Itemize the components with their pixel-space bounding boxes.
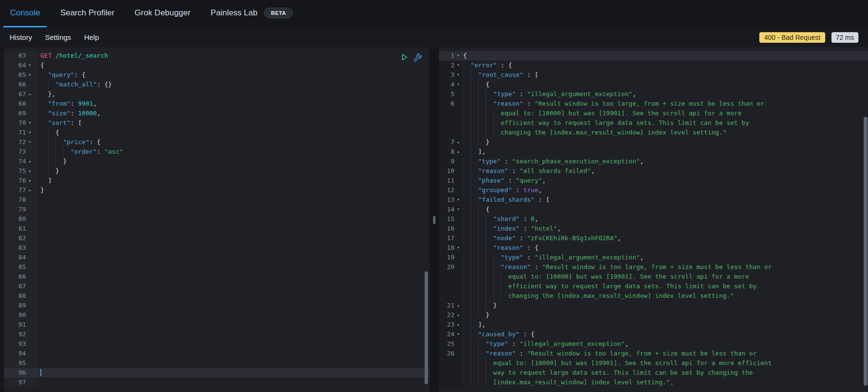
code-content[interactable]: "from": 9901, <box>40 99 429 109</box>
response-wrap-line[interactable]: efficient way to request large data sets… <box>439 118 868 128</box>
fold-toggle-icon[interactable]: ▴ <box>454 137 462 147</box>
fold-toggle-icon[interactable]: ▴ <box>454 310 462 320</box>
request-line-80[interactable]: 80 <box>4 214 429 224</box>
fold-toggle-icon[interactable]: ▾ <box>454 330 462 339</box>
fold-toggle-icon[interactable]: ▴ <box>26 185 34 195</box>
code-content[interactable]: ], <box>463 147 868 157</box>
request-line-86[interactable]: 86 <box>4 272 429 282</box>
response-wrap-line[interactable]: equal to: [10000] but was [19901]. See t… <box>439 272 868 282</box>
response-line-19[interactable]: 19"type" : "illegal_argument_exception", <box>439 253 868 262</box>
code-content[interactable]: "reason" : { <box>463 243 868 253</box>
send-request-icon[interactable] <box>400 53 409 61</box>
code-content[interactable]: "sort": [ <box>40 118 429 128</box>
response-line-10[interactable]: 10"reason" : "all shards failed", <box>439 166 868 176</box>
response-line-14[interactable]: 14▾{ <box>439 205 868 214</box>
response-pane-scrollbar[interactable] <box>864 117 868 386</box>
request-line-95[interactable]: 95 <box>4 358 429 368</box>
code-content[interactable]: { <box>40 128 429 137</box>
code-content[interactable]: "size": 10000, <box>40 109 429 118</box>
fold-toggle-icon[interactable]: ▾ <box>454 61 462 70</box>
request-line-68[interactable]: 68"from": 9901, <box>4 99 429 109</box>
request-line-96[interactable]: 96 <box>4 368 429 378</box>
code-content[interactable]: "match_all": {} <box>40 80 429 89</box>
response-line-24[interactable]: 24▾"caused_by" : { <box>439 330 868 339</box>
fold-toggle-icon[interactable]: ▾ <box>26 61 34 70</box>
fold-toggle-icon[interactable]: ▴ <box>454 320 462 330</box>
response-line-7[interactable]: 7▴} <box>439 137 868 147</box>
response-line-20[interactable]: 20"reason" : "Result window is too large… <box>439 262 868 272</box>
request-line-70[interactable]: 70▾"sort": [ <box>4 118 429 128</box>
response-wrap-line[interactable]: efficient way to request large data sets… <box>439 282 868 291</box>
code-content[interactable]: "failed_shards" : [ <box>463 195 868 205</box>
request-line-79[interactable]: 79 <box>4 205 429 214</box>
response-line-4[interactable]: 4▾{ <box>439 80 868 89</box>
fold-toggle-icon[interactable]: ▾ <box>454 80 462 89</box>
code-content[interactable]: } <box>40 166 429 176</box>
code-content[interactable]: } <box>463 301 868 310</box>
code-content[interactable]: "node" : "zFxCKEhiRk-BSg1vhFO2RA", <box>463 233 868 243</box>
code-content[interactable]: { <box>463 80 868 89</box>
tab-search-profiler[interactable]: Search Profiler <box>53 0 121 27</box>
request-line-67[interactable]: 67▴}, <box>4 89 429 99</box>
response-line-12[interactable]: 12"grouped" : true, <box>439 185 868 195</box>
fold-toggle-icon[interactable]: ▾ <box>26 118 34 128</box>
code-content[interactable]: } <box>463 137 868 147</box>
request-line-97[interactable]: 97 <box>4 378 429 387</box>
code-content[interactable]: way to request large data sets. This lim… <box>463 368 868 378</box>
code-content[interactable] <box>40 243 429 253</box>
fold-toggle-icon[interactable]: ▾ <box>26 70 34 80</box>
response-line-22[interactable]: 22▴} <box>439 310 868 320</box>
response-line-6[interactable]: 6"reason" : "Result window is too large,… <box>439 99 868 109</box>
response-line-16[interactable]: 16"index" : "hotel", <box>439 224 868 233</box>
request-line-90[interactable]: 90 <box>4 310 429 320</box>
fold-toggle-icon[interactable]: ▾ <box>454 195 462 205</box>
code-content[interactable]: equal to: [10000] but was [19901]. See t… <box>463 358 868 368</box>
code-content[interactable] <box>40 224 429 233</box>
response-line-17[interactable]: 17"node" : "zFxCKEhiRk-BSg1vhFO2RA", <box>439 233 868 243</box>
request-line-65[interactable]: 65▾"query": { <box>4 70 429 80</box>
request-line-73[interactable]: 73"order": "asc" <box>4 147 429 157</box>
tab-console[interactable]: Console <box>3 0 47 27</box>
code-content[interactable]: "reason" : "Result window is too large, … <box>463 262 868 272</box>
fold-toggle-icon[interactable]: ▴ <box>454 301 462 310</box>
response-line-21[interactable]: 21▴} <box>439 301 868 310</box>
code-content[interactable]: "error" : { <box>463 61 868 70</box>
code-content[interactable] <box>40 205 429 214</box>
response-line-23[interactable]: 23▴], <box>439 320 868 330</box>
response-wrap-line[interactable]: equal to: [10000] but was [19901]. See t… <box>439 358 868 368</box>
request-settings-wrench-icon[interactable] <box>413 53 422 61</box>
code-content[interactable] <box>40 195 429 205</box>
request-line-63[interactable]: 63GET /hotel/_search <box>4 51 429 61</box>
code-content[interactable]: "query": { <box>40 70 429 80</box>
response-line-13[interactable]: 13▾"failed_shards" : [ <box>439 195 868 205</box>
code-content[interactable]: "type" : "illegal_argument_exception", <box>463 339 868 349</box>
fold-toggle-icon[interactable]: ▴ <box>26 157 34 166</box>
code-content[interactable] <box>40 262 429 272</box>
request-editor[interactable]: 63GET /hotel/_search64▾{65▾"query": {66"… <box>0 47 429 392</box>
fold-toggle-icon[interactable]: ▴ <box>26 166 34 176</box>
request-line-94[interactable]: 94 <box>4 349 429 358</box>
response-line-9[interactable]: 9"type" : "search_phase_execution_except… <box>439 157 868 166</box>
request-line-91[interactable]: 91 <box>4 320 429 330</box>
request-line-87[interactable]: 87 <box>4 282 429 291</box>
code-content[interactable]: equal to: [10000] but was [19901]. See t… <box>463 109 868 118</box>
fold-toggle-icon[interactable]: ▾ <box>454 243 462 253</box>
tab-painless-lab[interactable]: Painless Lab BETA <box>204 0 300 27</box>
code-content[interactable] <box>40 282 429 291</box>
request-line-89[interactable]: 89 <box>4 301 429 310</box>
code-content[interactable]: } <box>40 185 429 195</box>
response-line-18[interactable]: 18▾"reason" : { <box>439 243 868 253</box>
code-content[interactable] <box>40 272 429 282</box>
request-line-84[interactable]: 84 <box>4 253 429 262</box>
code-content[interactable]: "reason" : "Result window is too large, … <box>463 349 868 358</box>
code-content[interactable] <box>40 368 429 378</box>
code-content[interactable]: "type" : "search_phase_execution_excepti… <box>463 157 868 166</box>
code-content[interactable]: "reason" : "all shards failed", <box>463 166 868 176</box>
fold-toggle-icon[interactable]: ▾ <box>26 128 34 137</box>
code-content[interactable]: }, <box>40 89 429 99</box>
fold-toggle-icon[interactable]: ▾ <box>454 70 462 80</box>
code-content[interactable]: efficient way to request large data sets… <box>463 282 868 291</box>
request-editor-scrollbar[interactable] <box>425 271 428 384</box>
code-content[interactable]: "caused_by" : { <box>463 330 868 339</box>
code-content[interactable] <box>40 320 429 330</box>
